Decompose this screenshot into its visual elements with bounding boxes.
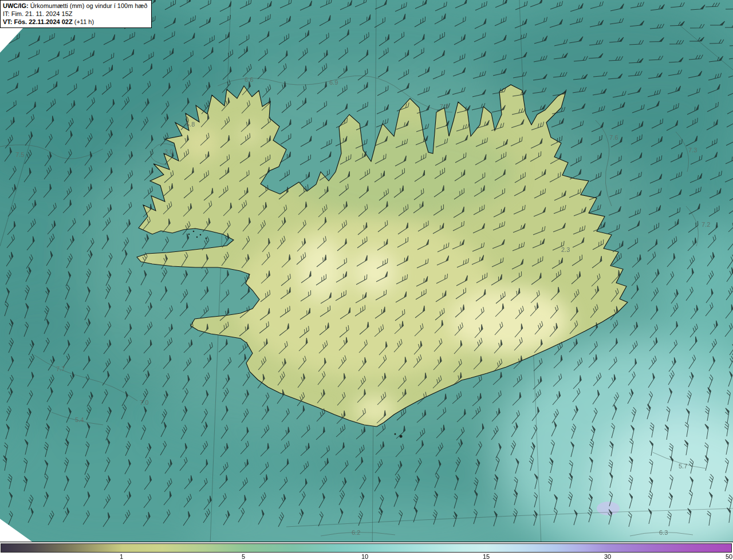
contour-value-label: 7.0: [140, 399, 148, 406]
island: [196, 236, 198, 238]
legend-tick-label: 5: [242, 553, 245, 560]
contour-value-label: 7.7: [56, 365, 65, 372]
contour-value-label: 3.0: [164, 148, 173, 155]
island: [200, 234, 202, 236]
title-line-valid: VT: Fös. 22.11.2024 02Z (+11 h): [3, 18, 147, 26]
contour-value-label: 7.3: [688, 147, 697, 153]
contour-value-label: 6.8: [186, 121, 195, 128]
legend: 1510153050: [0, 542, 733, 560]
product-title: Úrkomumætti (mm) og vindur í 100m hæð: [29, 2, 148, 9]
title-box: UWC/IG: Úrkomumætti (mm) og vindur í 100…: [0, 0, 152, 28]
title-line-product: UWC/IG: Úrkomumætti (mm) og vindur í 100…: [3, 2, 147, 10]
legend-tick-label: 10: [361, 553, 368, 560]
title-line-init: IT: Fim. 21. 11. 2024 15Z: [3, 10, 147, 18]
contour-value-label: 7.2: [702, 221, 710, 228]
legend-tick-label: 30: [604, 553, 611, 560]
map-canvas: 7.56.83.06.66.97.37.67.37.22.37.77.05.45…: [0, 0, 733, 560]
legend-tick-label: 50: [726, 553, 732, 560]
contour-value-label: 6.9: [329, 79, 338, 86]
legend-tick-label: 1: [120, 553, 123, 560]
shade-blob: [653, 386, 699, 416]
contour-value-label: 6.2: [352, 529, 360, 536]
island: [395, 433, 396, 435]
island: [188, 234, 190, 235]
legend-colorbar: [1, 543, 732, 553]
weather-map-viewport: 7.56.83.06.66.97.37.67.37.22.37.77.05.45…: [0, 0, 733, 560]
model-name: UWC/IG:: [3, 2, 29, 9]
glacier-drangajokull: [239, 127, 259, 143]
island: [193, 231, 195, 232]
valid-offset: (+11 h): [73, 18, 94, 25]
glacier-hofsjokull: [353, 250, 397, 294]
contour-value-label: 5.4: [75, 416, 84, 423]
contour-value-label: 7.6: [609, 134, 618, 141]
contour-value-label: 6.6: [245, 76, 253, 83]
valid-time: VT: Fös. 22.11.2024 02Z: [3, 18, 73, 25]
contour-value-label: 5.7: [679, 463, 687, 470]
contour-value-label: 2.3: [561, 246, 570, 253]
contour-value-label: 7.5: [15, 151, 24, 158]
glacier-vatnajokull: [450, 287, 570, 354]
contour-value-label: 7.3: [440, 103, 448, 110]
legend-tick-label: 15: [483, 553, 490, 560]
contour-value-label: 6.3: [659, 529, 668, 536]
